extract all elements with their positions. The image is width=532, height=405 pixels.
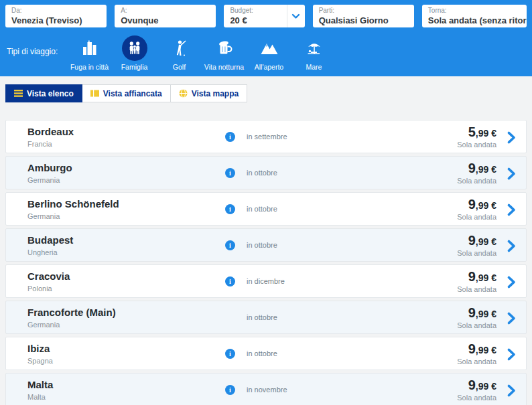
- tab-list-view[interactable]: Vista elenco: [5, 84, 82, 102]
- destination-info: Amburgo Germania: [27, 161, 72, 184]
- tab-side-by-side-view[interactable]: Vista affiancata: [82, 84, 171, 102]
- return-field[interactable]: Torna: Sola andata (senza ritorno): [422, 5, 527, 27]
- destination-row[interactable]: Cracovia Polonia i in dicembre 9,99 € So…: [5, 264, 527, 298]
- fare-type-label: Sola andata: [457, 249, 496, 257]
- price: 9,99 €: [457, 233, 496, 249]
- tab-label: Vista affiancata: [103, 89, 162, 98]
- fare-type-label: Sola andata: [457, 321, 496, 329]
- destination-country: Ungheria: [27, 248, 73, 256]
- destination-row[interactable]: Bordeaux Francia i in settembre 5,99 € S…: [5, 120, 527, 153]
- destination-city: Bordeaux: [27, 125, 74, 138]
- destination-city: Budapest: [27, 234, 73, 246]
- budget-field[interactable]: Budget: 20 €: [224, 5, 304, 27]
- info-icon[interactable]: i: [225, 385, 235, 395]
- info-icon[interactable]: i: [225, 168, 235, 178]
- travel-month: in settembre: [247, 133, 287, 141]
- beach-umbrella-icon: [302, 35, 327, 61]
- destination-row[interactable]: Francoforte (Main) Germania in ottobre 9…: [5, 301, 527, 334]
- destination-row[interactable]: Berlino Schönefeld Germania i in ottobre…: [5, 192, 527, 226]
- trip-type-golf[interactable]: Golf: [157, 35, 202, 71]
- view-tabs: Vista elenco Vista affiancata Vista mapp…: [5, 84, 527, 102]
- destination-row[interactable]: Budapest Ungheria i in ottobre 9,99 € So…: [5, 228, 527, 262]
- trip-type-label: Fuga in città: [67, 63, 112, 71]
- price: 9,99 €: [457, 161, 496, 177]
- tab-label: Vista mappa: [192, 89, 239, 98]
- price: 9,99 €: [457, 378, 496, 394]
- trip-type-label: Vita notturna: [202, 63, 247, 71]
- columns-icon: [90, 90, 99, 97]
- destination-country: Germania: [27, 321, 116, 329]
- origin-field[interactable]: Da: Venezia (Treviso): [5, 5, 107, 27]
- destination-country: Malta: [27, 393, 53, 401]
- travel-month: in ottobre: [247, 241, 277, 249]
- chevron-right-icon[interactable]: [507, 312, 516, 325]
- fare-type-label: Sola andata: [457, 177, 496, 185]
- info-icon[interactable]: i: [225, 276, 235, 287]
- trip-type-outdoors[interactable]: All'aperto: [247, 35, 291, 71]
- chevron-down-icon: [291, 13, 300, 19]
- trip-type-label: Mare: [291, 63, 336, 71]
- destination-info: Berlino Schönefeld Germania: [27, 197, 119, 220]
- price-block: 9,99 € Sola andata: [457, 305, 496, 329]
- info-icon[interactable]: i: [225, 349, 235, 359]
- chevron-right-icon[interactable]: [507, 348, 516, 361]
- depart-field[interactable]: Parti: Qualsiasi Giorno: [313, 5, 414, 27]
- destination-info: Ibiza Spagna: [27, 342, 53, 365]
- trip-type-label: Golf: [157, 63, 202, 71]
- destination-city: Cracovia: [27, 270, 70, 282]
- budget-dropdown-button[interactable]: [287, 5, 305, 27]
- destination-city: Francoforte (Main): [27, 306, 116, 319]
- price-block: 9,99 € Sola andata: [457, 197, 496, 221]
- price-block: 9,99 € Sola andata: [457, 341, 496, 366]
- info-icon[interactable]: i: [225, 240, 235, 250]
- trip-type-beach[interactable]: Mare: [291, 35, 336, 71]
- destination-info: Budapest Ungheria: [27, 234, 73, 256]
- price: 5,99 €: [457, 125, 496, 141]
- destination-city: Berlino Schönefeld: [27, 197, 119, 210]
- chevron-right-icon[interactable]: [507, 131, 516, 144]
- chevron-right-icon[interactable]: [507, 384, 516, 397]
- depart-field-label: Parti:: [319, 7, 408, 15]
- trip-type-nightlife[interactable]: Vita notturna: [202, 35, 247, 71]
- destination-row[interactable]: Ibiza Spagna i in ottobre 9,99 € Sola an…: [5, 337, 527, 370]
- destination-field-label: A:: [121, 7, 210, 15]
- chevron-right-icon[interactable]: [507, 276, 516, 289]
- destination-field[interactable]: A: Ovunque: [115, 5, 216, 27]
- tab-map-view[interactable]: Vista mappa: [171, 84, 247, 102]
- travel-month: in ottobre: [247, 169, 277, 177]
- info-icon[interactable]: i: [225, 204, 235, 214]
- destination-city: Amburgo: [27, 161, 72, 174]
- family-icon: [122, 35, 147, 61]
- travel-month: in ottobre: [247, 205, 277, 213]
- chevron-right-icon[interactable]: [507, 204, 516, 216]
- chevron-right-icon[interactable]: [507, 240, 516, 252]
- search-bar: Da: Venezia (Treviso) A: Ovunque Budget:…: [0, 0, 532, 76]
- price: 9,99 €: [457, 305, 496, 321]
- info-icon[interactable]: i: [225, 132, 235, 142]
- budget-field-value: 20 €: [230, 15, 280, 26]
- destination-list: Bordeaux Francia i in settembre 5,99 € S…: [5, 120, 527, 405]
- destination-country: Francia: [27, 140, 74, 148]
- price: 9,99 €: [457, 341, 496, 357]
- tab-label: Vista elenco: [27, 89, 74, 98]
- search-fields-row: Da: Venezia (Treviso) A: Ovunque Budget:…: [5, 5, 527, 27]
- budget-field-label: Budget:: [230, 7, 280, 15]
- price-block: 9,99 € Sola andata: [457, 378, 496, 402]
- city-icon: [77, 35, 103, 61]
- trip-types-caption: Tipi di viaggio:: [7, 47, 64, 56]
- trip-type-city-break[interactable]: Fuga in città: [67, 35, 112, 71]
- trip-type-family[interactable]: Famiglia: [112, 35, 157, 71]
- travel-month: in dicembre: [247, 277, 285, 285]
- destination-info: Francoforte (Main) Germania: [27, 306, 116, 329]
- chevron-right-icon[interactable]: [507, 167, 516, 180]
- fare-type-label: Sola andata: [457, 357, 496, 366]
- travel-month: in ottobre: [247, 349, 277, 357]
- destination-country: Spagna: [27, 357, 53, 365]
- destination-country: Polonia: [27, 285, 70, 293]
- destination-row[interactable]: Malta Malta i in novembre 9,99 € Sola an…: [5, 373, 527, 405]
- destination-row[interactable]: Amburgo Germania i in ottobre 9,99 € Sol…: [5, 156, 527, 189]
- price-block: 5,99 € Sola andata: [457, 125, 496, 149]
- destination-city: Malta: [27, 378, 53, 391]
- destination-info: Malta Malta: [27, 378, 53, 401]
- destination-country: Germania: [27, 212, 119, 220]
